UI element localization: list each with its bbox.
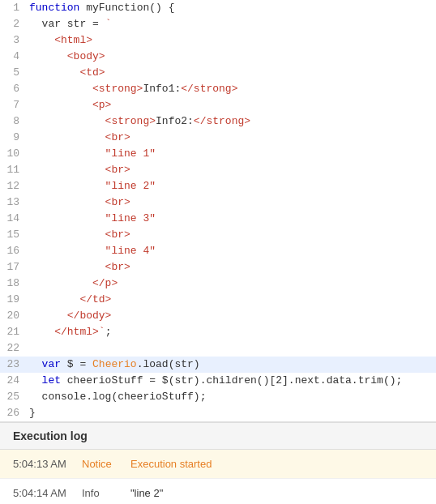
code-line: 25 console.log(cheerioStuff); <box>0 389 436 405</box>
line-number: 14 <box>0 211 29 227</box>
line-content: <br> <box>29 259 436 275</box>
line-content: function myFunction() { <box>29 0 436 16</box>
line-number: 3 <box>0 32 29 49</box>
line-content: </body> <box>29 308 436 324</box>
line-content: <br> <box>29 194 436 211</box>
code-line: 20 </body> <box>0 308 436 324</box>
line-number: 12 <box>0 178 29 194</box>
code-line: 14 "line 3" <box>0 211 436 227</box>
line-number: 23 <box>0 357 29 373</box>
execution-log-header: Execution log <box>0 422 436 450</box>
code-editor: 1function myFunction() {2 var str = `3 <… <box>0 0 436 422</box>
line-number: 4 <box>0 49 29 65</box>
line-content: <strong>Info2:</strong> <box>29 113 436 130</box>
line-number: 19 <box>0 292 29 308</box>
log-row: 5:04:13 AMNoticeExecution started <box>0 450 436 479</box>
line-content: "line 3" <box>29 211 436 227</box>
code-line: 11 <br> <box>0 162 436 178</box>
code-line: 16 "line 4" <box>0 243 436 259</box>
line-content: <br> <box>29 162 436 178</box>
line-number: 17 <box>0 259 29 275</box>
code-line: 10 "line 1" <box>0 146 436 162</box>
line-content: var $ = Cheerio.load(str) <box>29 357 436 373</box>
code-line: 22 <box>0 340 436 357</box>
code-line: 4 <body> <box>0 49 436 65</box>
line-content: <br> <box>29 130 436 146</box>
line-content: <html> <box>29 32 436 49</box>
line-content: </html>`; <box>29 324 436 340</box>
line-content: "line 2" <box>29 178 436 194</box>
log-level: Info <box>82 487 130 499</box>
line-number: 7 <box>0 97 29 113</box>
line-content: "line 4" <box>29 243 436 259</box>
code-line: 26} <box>0 405 436 421</box>
line-content: <br> <box>29 227 436 243</box>
line-content <box>29 340 436 357</box>
line-number: 8 <box>0 113 29 130</box>
execution-log-body: 5:04:13 AMNoticeExecution started5:04:14… <box>0 450 436 504</box>
log-row: 5:04:14 AMInfo"line 2" <box>0 479 436 504</box>
line-content: var str = ` <box>29 16 436 32</box>
code-line: 17 <br> <box>0 259 436 275</box>
line-number: 26 <box>0 405 29 421</box>
line-number: 11 <box>0 162 29 178</box>
code-line: 1function myFunction() { <box>0 0 436 16</box>
line-content: <strong>Info1:</strong> <box>29 81 436 97</box>
line-number: 20 <box>0 308 29 324</box>
line-content: } <box>29 405 436 421</box>
code-line: 15 <br> <box>0 227 436 243</box>
line-number: 6 <box>0 81 29 97</box>
line-content: <td> <box>29 65 436 81</box>
code-line: 12 "line 2" <box>0 178 436 194</box>
code-line: 24 let cheerioStuff = $(str).children()[… <box>0 373 436 389</box>
log-time: 5:04:14 AM <box>13 487 82 499</box>
line-number: 2 <box>0 16 29 32</box>
line-number: 15 <box>0 227 29 243</box>
log-message: Execution started <box>130 458 212 470</box>
code-line: 23 var $ = Cheerio.load(str) <box>0 357 436 373</box>
line-number: 5 <box>0 65 29 81</box>
log-message: "line 2" <box>130 487 163 499</box>
line-content: console.log(cheerioStuff); <box>29 389 436 405</box>
line-number: 16 <box>0 243 29 259</box>
line-number: 21 <box>0 324 29 340</box>
line-number: 10 <box>0 146 29 162</box>
code-line: 9 <br> <box>0 130 436 146</box>
log-time: 5:04:13 AM <box>13 458 82 470</box>
code-line: 8 <strong>Info2:</strong> <box>0 113 436 130</box>
line-content: let cheerioStuff = $(str).children()[2].… <box>29 373 436 389</box>
line-content: <p> <box>29 97 436 113</box>
line-number: 25 <box>0 389 29 405</box>
line-number: 9 <box>0 130 29 146</box>
code-line: 2 var str = ` <box>0 16 436 32</box>
code-line: 5 <td> <box>0 65 436 81</box>
code-line: 3 <html> <box>0 32 436 49</box>
code-line: 13 <br> <box>0 194 436 211</box>
line-number: 24 <box>0 373 29 389</box>
line-number: 18 <box>0 275 29 292</box>
line-content: "line 1" <box>29 146 436 162</box>
code-line: 19 </td> <box>0 292 436 308</box>
line-number: 13 <box>0 194 29 211</box>
code-line: 18 </p> <box>0 275 436 292</box>
line-number: 1 <box>0 0 29 16</box>
code-line: 6 <strong>Info1:</strong> <box>0 81 436 97</box>
line-content: </p> <box>29 275 436 292</box>
line-content: <body> <box>29 49 436 65</box>
code-line: 7 <p> <box>0 97 436 113</box>
log-level: Notice <box>82 458 130 470</box>
line-number: 22 <box>0 340 29 357</box>
line-content: </td> <box>29 292 436 308</box>
code-line: 21 </html>`; <box>0 324 436 340</box>
